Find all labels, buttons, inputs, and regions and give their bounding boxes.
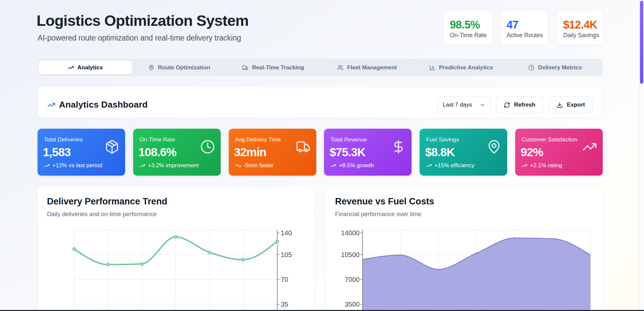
svg-text:70: 70 [281,276,288,283]
svg-text:14000: 14000 [341,229,360,237]
svg-text:35: 35 [281,301,288,308]
svg-text:7000: 7000 [345,276,360,283]
svg-text:140: 140 [281,229,292,237]
svg-text:10500: 10500 [341,251,360,258]
svg-text:105: 105 [281,251,292,258]
svg-text:3500: 3500 [345,301,360,308]
